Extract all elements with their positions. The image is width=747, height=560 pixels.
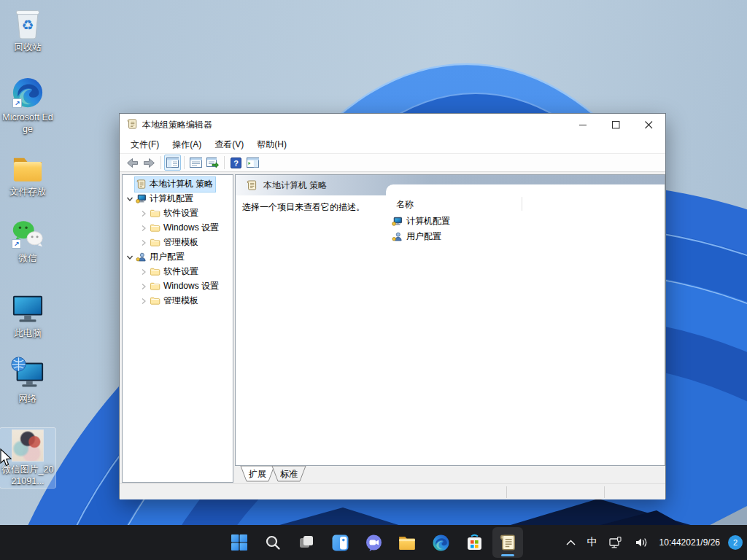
menu-help[interactable]: 帮助(H) [250,136,293,153]
desktop-icon-this-pc[interactable]: 此电脑 [0,292,55,339]
tab-extended[interactable]: 扩展 [240,466,275,482]
system-tray: 中 10:44 2021/9/26 2 [562,525,743,560]
widgets-icon[interactable] [325,527,355,558]
properties-icon[interactable] [187,155,204,171]
tree-item-label: 软件设置 [163,265,198,278]
scroll-icon [246,179,258,191]
edge-icon[interactable] [425,527,456,558]
tree-item-local-computer-policy[interactable]: 本地计算机 策略 [123,177,233,192]
tree-item-windows-settings-user[interactable]: Windows 设置 [123,279,233,294]
svg-text:扩展: 扩展 [248,469,266,479]
store-icon[interactable] [459,527,489,558]
chevron-down-icon[interactable] [124,254,135,261]
user-config-icon [392,231,403,242]
chevron-right-icon[interactable] [138,298,149,305]
recycle-bin-icon: ♻ [14,6,42,39]
menu-bar: 文件(F) 操作(A) 查看(V) 帮助(H) [120,136,665,153]
chevron-right-icon[interactable] [138,268,149,276]
maximize-button[interactable] [600,114,632,136]
image-thumbnail [12,428,44,462]
desktop-icon-file-folder[interactable]: 文件存放 [0,150,55,198]
tray-network-icon[interactable] [605,529,627,556]
show-extended-pane-icon[interactable] [244,155,261,171]
forward-icon[interactable] [141,155,158,171]
folder-icon [150,281,160,292]
window-title: 本地组策略编辑器 [142,119,212,131]
tree-item-label: 管理模板 [163,295,198,307]
export-list-icon[interactable] [204,155,221,171]
app-scroll-icon [126,118,138,132]
desktop-icon-wechat[interactable]: ↗ 微信 [0,217,55,264]
tree-item-software-settings-user[interactable]: 软件设置 [123,265,233,279]
desktop-icon-recycle-bin[interactable]: ♻ 回收站 [0,6,55,53]
computer-config-icon [392,216,403,227]
desktop-icon-edge[interactable]: ↗ Microsoft Edge [0,76,55,136]
close-button[interactable] [632,114,665,136]
view-tabs: 扩展 标准 [235,466,665,483]
tab-standard[interactable]: 标准 [271,466,306,482]
tree-item-label: 本地计算机 策略 [150,178,213,190]
wechat-icon: ↗ [10,217,45,250]
tray-volume-icon[interactable] [631,529,651,556]
help-icon[interactable]: ? [228,155,244,171]
tree-item-admin-templates-user[interactable]: 管理模板 [123,294,233,308]
list-item-computer-config[interactable]: 计算机配置 [390,214,660,229]
search-icon[interactable] [258,527,288,558]
chevron-right-icon[interactable] [138,210,149,217]
clock-time: 10:44 [659,537,681,548]
mouse-cursor [0,448,12,468]
start-icon[interactable] [224,527,255,558]
network-icon [10,357,45,391]
file-explorer-icon[interactable] [392,527,422,558]
svg-text:?: ? [233,158,239,167]
desktop-icon-network[interactable]: 网络 [0,357,55,405]
minimize-button[interactable] [567,114,600,136]
desktop-icon-label: 微信 [19,252,37,264]
folder-icon [150,237,160,248]
toolbar-separator [184,156,185,169]
status-bar [120,483,665,499]
tree-item-computer-config[interactable]: 计算机配置 [123,192,233,206]
tree-item-windows-settings[interactable]: Windows 设置 [123,221,233,236]
list-item-label: 计算机配置 [406,215,450,228]
list-item-user-config[interactable]: 用户配置 [390,229,660,244]
toolbar-separator [224,156,225,169]
menu-file[interactable]: 文件(F) [124,136,166,153]
tray-chevron-up-icon[interactable] [562,529,579,556]
folder-icon [150,266,160,277]
desktop-icon-label: 此电脑 [14,327,42,339]
list-item-label: 用户配置 [406,230,441,243]
desktop-icon-label: 网络 [19,393,37,405]
desktop-icon-label: 回收站 [14,42,42,53]
toolbar: ? [120,153,665,172]
gpedit-window: 本地组策略编辑器 文件(F) 操作(A) 查看(V) 帮助(H) [119,113,666,499]
folder-icon [150,222,160,233]
show-console-tree-icon[interactable] [164,155,181,171]
group-policy-editor-icon[interactable] [492,527,523,558]
chevron-right-icon[interactable] [138,283,149,290]
tree-item-label: 管理模板 [163,236,198,249]
column-header-name[interactable]: 名称 [396,198,414,211]
task-view-icon[interactable] [291,527,322,558]
status-separator [604,486,605,498]
title-bar[interactable]: 本地组策略编辑器 [120,114,665,136]
chat-icon[interactable] [358,527,389,558]
notification-badge[interactable]: 2 [728,535,743,550]
menu-view[interactable]: 查看(V) [208,136,250,153]
shortcut-arrow-icon: ↗ [12,239,21,249]
desktop-icon-label: 文件存放 [9,186,46,198]
chevron-right-icon[interactable] [138,239,149,246]
back-icon[interactable] [124,155,141,171]
chevron-down-icon[interactable] [124,195,135,203]
items-list: 名称 计算机配置 用户配置 [386,184,665,465]
clock[interactable]: 10:44 2021/9/26 [656,529,724,556]
tree-item-user-config[interactable]: 用户配置 [123,250,233,265]
tree-item-label: Windows 设置 [163,222,219,234]
tree-item-software-settings[interactable]: 软件设置 [123,206,233,221]
tree-item-admin-templates[interactable]: 管理模板 [123,236,233,250]
column-separator[interactable] [522,197,522,211]
taskbar: 中 10:44 2021/9/26 2 [0,525,747,560]
menu-action[interactable]: 操作(A) [166,136,208,153]
chevron-right-icon[interactable] [138,225,149,232]
ime-indicator[interactable]: 中 [584,529,601,556]
